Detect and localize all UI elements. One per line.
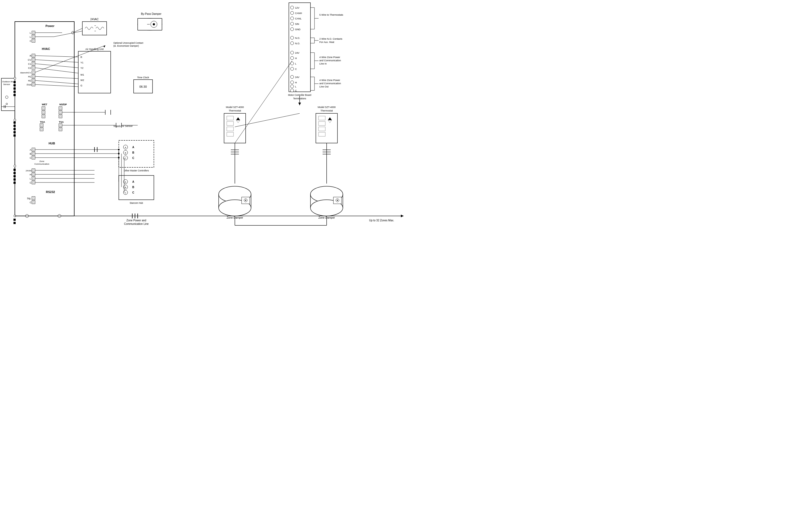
- svg-rect-200: [227, 116, 233, 120]
- term-gnd: GND: [295, 28, 301, 31]
- svg-rect-29: [13, 222, 16, 224]
- svg-point-47: [33, 59, 34, 60]
- svg-rect-21: [13, 131, 16, 133]
- svg-rect-27: [13, 182, 16, 184]
- term-l-in: L: [295, 62, 296, 65]
- svg-point-5: [6, 103, 7, 105]
- other-controllers-label: Other Master Controllers: [124, 169, 149, 172]
- starcom-hub-label: Starcom Hub: [130, 202, 143, 204]
- svg-point-168: [291, 6, 294, 9]
- svg-point-178: [291, 67, 294, 71]
- ahu-r-label: R: [80, 56, 82, 58]
- term-h-out: H: [295, 81, 297, 84]
- svg-point-33: [33, 36, 34, 38]
- svg-point-180: [291, 81, 294, 84]
- svg-point-236: [337, 200, 338, 201]
- hub-a-label: A: [30, 149, 31, 151]
- svg-rect-14: [13, 84, 16, 86]
- svg-point-229: [245, 200, 246, 201]
- zone-power-line-label: Zone Power and: [126, 219, 146, 222]
- svg-point-10: [14, 119, 16, 121]
- svg-point-174: [291, 42, 294, 45]
- ahu-w2-label: W2: [80, 79, 84, 82]
- svg-point-31: [33, 32, 34, 34]
- svg-rect-19: [13, 125, 16, 127]
- term-24v-in: 24V: [295, 51, 299, 54]
- svg-point-35: [33, 40, 34, 42]
- hub-h-label: H: [30, 173, 32, 176]
- zone-power-line-label2: Communication Line: [124, 222, 149, 225]
- svg-point-124: [33, 201, 34, 203]
- svg-rect-210: [318, 132, 325, 136]
- hub-l-label: L: [30, 177, 31, 180]
- hub-label: HUB: [49, 142, 55, 145]
- bypass-damper-label: By-Pass Damper: [141, 12, 162, 15]
- term-canl: CANL: [295, 17, 302, 20]
- svg-text:A: A: [125, 146, 126, 149]
- wet-label: WET: [42, 103, 47, 106]
- svg-text:Sensor: Sensor: [3, 83, 10, 86]
- term-h-in: H: [295, 57, 297, 60]
- power-l-label: L: [30, 32, 31, 34]
- svg-rect-0: [15, 22, 74, 216]
- svg-text:B: B: [132, 186, 134, 189]
- svg-rect-23: [13, 169, 16, 171]
- wire-to-thermostats-label: 5 Wire to Thermostats: [319, 13, 343, 16]
- thermostat1-label: Model SZT-4000: [226, 106, 244, 109]
- svg-text:A: A: [132, 180, 134, 183]
- rs232-sig-label: Sig: [27, 197, 31, 200]
- hvac-h1-label: H1: [28, 75, 31, 78]
- optional-contact-label: Optional Unoccupied Contact: [113, 42, 143, 44]
- hvac-h2-label: H2: [28, 79, 31, 82]
- svg-point-112: [33, 157, 34, 159]
- wire-zone-in-label2: and Communication: [319, 59, 341, 62]
- thermostat2-label: Model SZT-4000: [318, 106, 336, 109]
- diagram-container: Outdoor Air Sensor: [0, 0, 406, 254]
- svg-point-87: [41, 124, 42, 126]
- svg-text:A: A: [132, 146, 134, 149]
- term-canh: CANH: [295, 12, 302, 14]
- svg-point-172: [291, 28, 294, 31]
- wire-zone-out-label: 4 Wire Zone Power: [319, 79, 340, 82]
- svg-point-97: [60, 124, 61, 126]
- wire-zone-out-label3: Line Out: [319, 85, 329, 88]
- hvac-cv-label: CV: [28, 58, 31, 61]
- svg-point-59: [33, 84, 34, 85]
- hvac-label: HVAC: [42, 47, 50, 50]
- svg-point-118: [33, 178, 34, 179]
- svg-point-95: [60, 116, 61, 117]
- svg-text:A: A: [125, 181, 126, 183]
- rs232-c-label: C: [30, 201, 32, 204]
- svg-point-45: [33, 55, 34, 56]
- hvac-fan-label: FAN: [27, 83, 32, 86]
- svg-point-77: [153, 23, 155, 26]
- ahu-g-label: G: [80, 84, 82, 87]
- svg-point-93: [60, 112, 61, 113]
- svg-point-81: [43, 108, 44, 109]
- svg-point-122: [33, 197, 34, 199]
- svg-point-171: [291, 22, 294, 26]
- svg-rect-201: [227, 122, 233, 126]
- hub-b-label: B: [30, 153, 31, 155]
- zones-max-label: Up to 32 Zones Max.: [369, 219, 394, 222]
- wire-no-label2: For Aux. Heat: [319, 41, 335, 43]
- power-ll-label: L: [30, 36, 31, 38]
- nsdp-label: NS/DP: [59, 103, 67, 106]
- svg-rect-13: [13, 81, 16, 83]
- svg-point-91: [60, 108, 61, 109]
- svg-point-55: [33, 76, 34, 77]
- svg-text:Outdoor Air: Outdoor Air: [2, 80, 13, 83]
- term-no1: N.O.: [295, 37, 300, 39]
- power-c-label: C: [30, 40, 32, 42]
- svg-rect-208: [318, 122, 325, 126]
- svg-rect-16: [13, 91, 16, 93]
- svg-rect-18: [13, 122, 16, 124]
- hub-24vac-label: 24VAC: [26, 170, 32, 172]
- optional-contact-label2: (ie. Economizer Damper): [113, 45, 139, 47]
- zone-comm-label: Zone: [39, 160, 45, 163]
- zone-comm-label2: Communication: [34, 163, 49, 165]
- wire-no-label: 2 Wire N.O. Contacts: [319, 38, 343, 40]
- svg-point-11: [14, 165, 16, 167]
- svg-text:B: B: [132, 151, 134, 154]
- time-clock-display: 06:30: [139, 85, 147, 88]
